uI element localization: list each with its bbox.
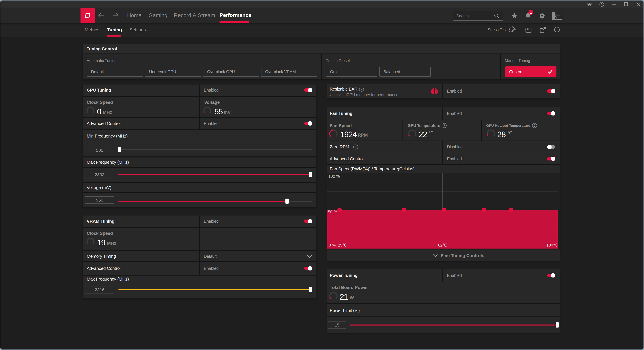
svg-text:?: ? (360, 87, 362, 91)
svg-text:?: ? (601, 3, 602, 6)
svg-text:?: ? (534, 124, 536, 127)
svg-text:?: ? (443, 124, 445, 127)
svg-text:?: ? (355, 145, 356, 149)
